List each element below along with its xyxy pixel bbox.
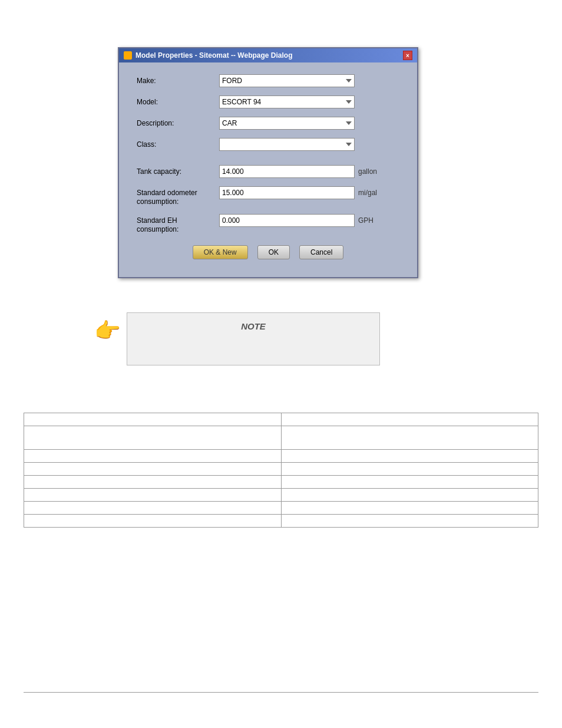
table-cell <box>281 463 538 476</box>
table-row <box>24 515 538 528</box>
ok-new-button[interactable]: OK & New <box>193 245 248 259</box>
eh-control: GPH <box>219 214 399 227</box>
model-properties-dialog: Model Properties - Siteomat -- Webpage D… <box>118 47 418 278</box>
class-label: Class: <box>137 140 213 149</box>
table-row <box>24 502 538 515</box>
tank-capacity-unit: gallon <box>358 167 382 176</box>
table-section <box>24 413 538 528</box>
odometer-unit: mi/gal <box>358 189 382 197</box>
description-row: Description: CAR <box>137 117 399 130</box>
odometer-row: Standard odometer consumption: mi/gal <box>137 186 399 206</box>
table-cell <box>281 476 538 489</box>
titlebar-left: Model Properties - Siteomat -- Webpage D… <box>124 51 292 60</box>
table-cell <box>24 489 282 502</box>
make-select[interactable]: FORD <box>219 74 355 87</box>
dialog-title: Model Properties - Siteomat -- Webpage D… <box>135 51 292 60</box>
eh-row: Standard EH consumption: GPH <box>137 214 399 233</box>
dialog-buttons: OK & New OK Cancel <box>137 245 399 259</box>
odometer-label-wrap: Standard odometer consumption: <box>137 186 213 206</box>
eh-input[interactable] <box>219 214 355 227</box>
table-row <box>24 426 538 450</box>
table-row <box>24 450 538 463</box>
tank-capacity-control: gallon <box>219 165 399 178</box>
tank-capacity-row: Tank capacity: gallon <box>137 165 399 178</box>
class-row: Class: <box>137 138 399 151</box>
class-control <box>219 138 399 151</box>
make-control: FORD <box>219 74 399 87</box>
table-cell <box>24 502 282 515</box>
ok-button[interactable]: OK <box>257 245 290 259</box>
table-cell <box>281 515 538 528</box>
model-label: Model: <box>137 98 213 106</box>
table-cell <box>24 476 282 489</box>
model-control: ESCORT 94 <box>219 95 399 108</box>
eh-unit: GPH <box>358 216 382 225</box>
description-control: CAR <box>219 117 399 130</box>
tank-capacity-label: Tank capacity: <box>137 167 213 176</box>
table-cell <box>281 413 538 426</box>
table-cell <box>24 413 282 426</box>
dialog-titlebar: Model Properties - Siteomat -- Webpage D… <box>119 48 417 62</box>
note-box: NOTE <box>127 312 380 365</box>
odometer-label2: consumption: <box>137 197 178 206</box>
table-cell <box>281 489 538 502</box>
make-row: Make: FORD <box>137 74 399 87</box>
hand-icon: 👉 <box>94 318 121 343</box>
table-cell <box>24 450 282 463</box>
dialog-body: Make: FORD Model: ESCORT 94 Description:… <box>119 62 417 277</box>
table-row <box>24 413 538 426</box>
table-cell <box>281 426 538 450</box>
table-cell <box>281 502 538 515</box>
class-select[interactable] <box>219 138 355 151</box>
data-table <box>24 413 538 528</box>
make-label: Make: <box>137 77 213 85</box>
note-section: 👉 NOTE <box>94 312 401 365</box>
odometer-label: Standard odometer <box>137 189 197 197</box>
table-cell <box>24 463 282 476</box>
table-cell <box>281 450 538 463</box>
cancel-button[interactable]: Cancel <box>299 245 343 259</box>
odometer-control: mi/gal <box>219 186 399 199</box>
tank-capacity-input[interactable] <box>219 165 355 178</box>
description-label: Description: <box>137 119 213 127</box>
description-select[interactable]: CAR <box>219 117 355 130</box>
table-row <box>24 463 538 476</box>
eh-label2: consumption: <box>137 225 178 233</box>
odometer-input[interactable] <box>219 186 355 199</box>
close-button[interactable]: × <box>403 51 412 60</box>
table-row <box>24 489 538 502</box>
bottom-line <box>24 692 538 693</box>
model-row: Model: ESCORT 94 <box>137 95 399 108</box>
eh-label-wrap: Standard EH consumption: <box>137 214 213 233</box>
eh-label: Standard EH <box>137 216 177 225</box>
table-row <box>24 476 538 489</box>
table-cell <box>24 515 282 528</box>
note-title: NOTE <box>139 321 368 331</box>
dialog-icon <box>124 51 132 60</box>
table-cell <box>24 426 282 450</box>
model-select[interactable]: ESCORT 94 <box>219 95 355 108</box>
